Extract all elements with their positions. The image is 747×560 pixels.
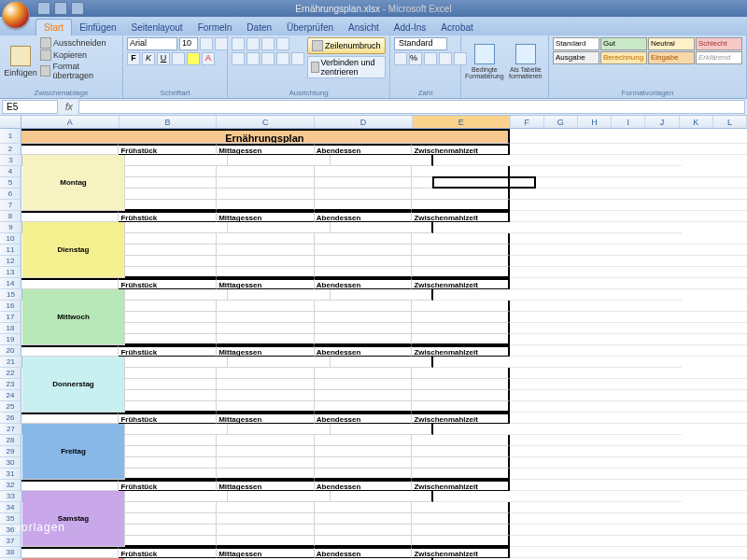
paste-button[interactable]: Einfügen	[4, 37, 37, 86]
cell[interactable]: Abendessen	[315, 144, 413, 155]
cell[interactable]	[315, 390, 413, 401]
cell[interactable]	[433, 357, 469, 368]
cell[interactable]	[510, 525, 543, 536]
cell[interactable]	[331, 222, 433, 233]
cell[interactable]	[578, 368, 612, 379]
cell[interactable]	[612, 457, 645, 469]
cell[interactable]	[543, 177, 577, 189]
cell[interactable]	[679, 334, 712, 345]
cell[interactable]	[217, 536, 315, 547]
col-header-G[interactable]: G	[544, 116, 578, 128]
row-header[interactable]: 19	[0, 334, 21, 345]
cell[interactable]	[125, 491, 228, 502]
style-ausgabe[interactable]: Ausgabe	[553, 51, 599, 64]
cell[interactable]	[713, 177, 747, 189]
cell[interactable]	[433, 222, 469, 233]
cell[interactable]	[412, 457, 510, 469]
cell[interactable]	[713, 200, 747, 211]
cell[interactable]	[543, 413, 577, 424]
cell[interactable]	[217, 301, 315, 312]
cell[interactable]	[412, 312, 510, 323]
cell[interactable]	[578, 446, 612, 457]
cell[interactable]	[217, 368, 315, 379]
col-header-J[interactable]: J	[645, 116, 679, 128]
cell[interactable]	[217, 312, 315, 323]
cell[interactable]: Mittagessen	[217, 547, 315, 558]
cell[interactable]	[119, 312, 217, 323]
tab-einfügen[interactable]: Einfügen	[72, 20, 123, 35]
cell[interactable]	[713, 457, 747, 469]
cell[interactable]: Mittagessen	[217, 211, 315, 222]
cell[interactable]: Zwischenmahlzeit	[412, 413, 510, 424]
formula-input[interactable]	[78, 100, 745, 114]
cell[interactable]	[510, 413, 543, 424]
cell[interactable]	[713, 536, 747, 547]
cell[interactable]	[578, 233, 612, 245]
col-header-C[interactable]: C	[217, 116, 315, 128]
cell[interactable]	[578, 413, 612, 424]
cell[interactable]	[21, 480, 120, 491]
col-header-I[interactable]: I	[612, 116, 645, 128]
cell[interactable]	[578, 513, 612, 525]
cell[interactable]	[645, 413, 679, 424]
font-name-select[interactable]: Arial	[127, 37, 177, 50]
cell[interactable]	[679, 233, 712, 245]
cell[interactable]	[217, 401, 315, 413]
tab-ansicht[interactable]: Ansicht	[341, 20, 387, 35]
cell[interactable]	[510, 334, 543, 345]
row-header[interactable]: 28	[0, 435, 21, 446]
cell[interactable]	[713, 334, 747, 345]
align-right-button[interactable]	[261, 52, 275, 65]
cell[interactable]	[645, 334, 679, 345]
cell[interactable]	[645, 502, 679, 513]
cell[interactable]	[331, 424, 433, 435]
row-header[interactable]: 10	[0, 233, 21, 245]
cell[interactable]	[713, 278, 747, 289]
cell[interactable]	[412, 446, 510, 457]
cell[interactable]	[510, 200, 543, 211]
cell[interactable]: Zwischenmahlzeit	[412, 211, 510, 222]
cell[interactable]	[645, 200, 679, 211]
cell[interactable]	[217, 513, 315, 525]
cell[interactable]	[679, 345, 712, 357]
cell[interactable]	[315, 301, 413, 312]
cell[interactable]	[315, 435, 413, 446]
style-schlecht[interactable]: Schlecht	[696, 37, 742, 50]
row-header[interactable]: 31	[0, 469, 21, 480]
cell[interactable]	[504, 424, 540, 435]
cell[interactable]	[412, 323, 510, 334]
cell[interactable]	[543, 211, 577, 222]
cell[interactable]	[713, 323, 747, 334]
cell[interactable]	[119, 469, 217, 480]
cell[interactable]	[510, 166, 543, 177]
cell[interactable]	[575, 491, 611, 502]
cell[interactable]	[543, 390, 577, 401]
cell[interactable]	[543, 144, 577, 155]
cell[interactable]: Abendessen	[315, 480, 413, 491]
undo-icon[interactable]	[54, 2, 67, 15]
cell[interactable]	[679, 312, 712, 323]
day-donnerstag[interactable]: Donnerstag	[22, 357, 125, 413]
cell[interactable]	[119, 267, 217, 278]
fx-icon[interactable]: fx	[60, 102, 78, 112]
cell[interactable]	[119, 401, 217, 413]
cell[interactable]	[713, 267, 747, 278]
cell[interactable]	[679, 129, 712, 144]
cell[interactable]	[543, 446, 577, 457]
cell[interactable]	[645, 480, 679, 491]
cell[interactable]	[315, 379, 413, 390]
cell[interactable]	[21, 144, 120, 155]
cell[interactable]	[315, 200, 413, 211]
cell[interactable]	[540, 357, 575, 368]
cell[interactable]	[412, 334, 510, 345]
cell[interactable]	[578, 323, 612, 334]
cell[interactable]	[228, 289, 331, 301]
cell[interactable]	[119, 368, 217, 379]
cell[interactable]	[315, 267, 413, 278]
grow-font-button[interactable]	[200, 37, 213, 50]
tab-daten[interactable]: Daten	[239, 20, 279, 35]
cell[interactable]: Frühstück	[119, 211, 217, 222]
cell[interactable]	[612, 334, 645, 345]
cell[interactable]	[510, 536, 543, 547]
border-button[interactable]	[172, 52, 185, 65]
